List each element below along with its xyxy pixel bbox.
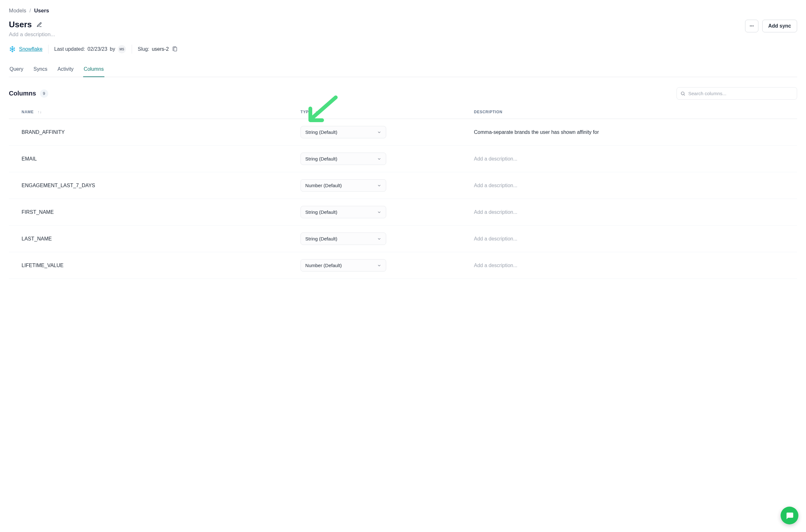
type-select-value: Number (Default) <box>305 263 342 268</box>
breadcrumb-separator: / <box>30 7 31 14</box>
column-description-cell[interactable]: Add a description... <box>474 146 797 172</box>
type-select-value: String (Default) <box>305 209 337 215</box>
divider <box>48 45 49 54</box>
column-name-cell: LIFETIME_VALUE <box>9 252 300 279</box>
chevron-down-icon <box>377 210 381 214</box>
chevron-down-icon <box>377 263 381 268</box>
page-title: Users <box>9 20 32 30</box>
last-updated-label: Last updated: <box>54 46 85 52</box>
clipboard-icon <box>172 46 178 52</box>
slug-value: users-2 <box>152 46 169 52</box>
type-select[interactable]: Number (Default) <box>300 179 386 192</box>
columns-table: NAME ↑↓ TYPE ↑↓ DESCRIPTION BRAND_AFFINI… <box>9 106 797 279</box>
breadcrumb: Models / Users <box>9 7 797 14</box>
column-type-cell: String (Default) <box>300 146 474 172</box>
tab-activity[interactable]: Activity <box>57 63 74 77</box>
type-select-value: String (Default) <box>305 129 337 135</box>
svg-rect-0 <box>174 47 177 51</box>
column-description-cell[interactable]: Comma-separate brands the user has shown… <box>474 119 797 146</box>
table-row: LIFETIME_VALUENumber (Default)Add a desc… <box>9 252 797 279</box>
divider <box>132 45 132 54</box>
type-select[interactable]: String (Default) <box>300 153 386 165</box>
last-updated: Last updated: 02/23/23 by MS <box>54 45 126 53</box>
breadcrumb-parent-link[interactable]: Models <box>9 7 26 14</box>
section-title: Columns <box>9 90 36 97</box>
tab-syncs[interactable]: Syncs <box>33 63 48 77</box>
column-description-cell[interactable]: Add a description... <box>474 172 797 199</box>
source-link[interactable]: Snowflake <box>9 46 42 53</box>
column-name-cell: ENGAGEMENT_LAST_7_DAYS <box>9 172 300 199</box>
by-label: by <box>110 46 115 52</box>
column-type-cell: String (Default) <box>300 199 474 226</box>
snowflake-icon <box>9 46 16 53</box>
copy-slug-button[interactable] <box>171 46 178 53</box>
svg-point-1 <box>681 92 684 95</box>
description-input[interactable]: Add a description... <box>9 32 55 38</box>
column-name-cell: FIRST_NAME <box>9 199 300 226</box>
tab-query[interactable]: Query <box>9 63 24 77</box>
column-header-description: DESCRIPTION <box>474 106 797 119</box>
column-name-cell: BRAND_AFFINITY <box>9 119 300 146</box>
table-row: FIRST_NAMEString (Default)Add a descript… <box>9 199 797 226</box>
column-description-cell[interactable]: Add a description... <box>474 199 797 226</box>
column-type-cell: String (Default) <box>300 119 474 146</box>
type-select-value: Number (Default) <box>305 183 342 188</box>
type-select[interactable]: String (Default) <box>300 206 386 218</box>
breadcrumb-current: Users <box>34 7 49 14</box>
column-type-cell: Number (Default) <box>300 172 474 199</box>
sort-icon: ↑↓ <box>315 110 319 114</box>
last-updated-date: 02/23/23 <box>88 46 107 52</box>
type-select[interactable]: String (Default) <box>300 232 386 245</box>
column-type-cell: Number (Default) <box>300 252 474 279</box>
column-description-cell[interactable]: Add a description... <box>474 226 797 252</box>
pencil-icon <box>37 22 42 27</box>
column-count-badge: 9 <box>40 90 48 98</box>
edit-title-button[interactable] <box>36 22 42 28</box>
ellipsis-icon: ··· <box>750 23 754 29</box>
slug-label: Slug: <box>138 46 149 52</box>
type-select[interactable]: String (Default) <box>300 126 386 138</box>
column-header-name[interactable]: NAME ↑↓ <box>9 106 300 119</box>
tab-columns[interactable]: Columns <box>83 63 105 77</box>
tabs: Query Syncs Activity Columns <box>9 63 797 77</box>
column-type-cell: String (Default) <box>300 226 474 252</box>
source-name: Snowflake <box>19 46 42 52</box>
more-actions-button[interactable]: ··· <box>745 20 758 32</box>
slug: Slug: users-2 <box>138 46 178 53</box>
chevron-down-icon <box>377 130 381 134</box>
column-header-type[interactable]: TYPE ↑↓ <box>300 106 474 119</box>
add-sync-button[interactable]: Add sync <box>762 20 797 32</box>
header-description-label: DESCRIPTION <box>474 110 503 114</box>
type-select-value: String (Default) <box>305 156 337 162</box>
sort-icon: ↑↓ <box>37 110 41 114</box>
search-icon <box>680 91 686 96</box>
table-row: BRAND_AFFINITYString (Default)Comma-sepa… <box>9 119 797 146</box>
table-row: EMAILString (Default)Add a description..… <box>9 146 797 172</box>
search-columns-input[interactable] <box>677 87 797 100</box>
table-row: LAST_NAMEString (Default)Add a descripti… <box>9 226 797 252</box>
chevron-down-icon <box>377 183 381 188</box>
table-row: ENGAGEMENT_LAST_7_DAYSNumber (Default)Ad… <box>9 172 797 199</box>
column-description-cell[interactable]: Add a description... <box>474 252 797 279</box>
column-name-cell: EMAIL <box>9 146 300 172</box>
chevron-down-icon <box>377 237 381 241</box>
header-type-label: TYPE <box>300 110 311 114</box>
header-name-label: NAME <box>22 110 34 114</box>
type-select[interactable]: Number (Default) <box>300 259 386 271</box>
type-select-value: String (Default) <box>305 236 337 242</box>
editor-avatar[interactable]: MS <box>118 45 126 53</box>
chevron-down-icon <box>377 157 381 161</box>
column-name-cell: LAST_NAME <box>9 226 300 252</box>
